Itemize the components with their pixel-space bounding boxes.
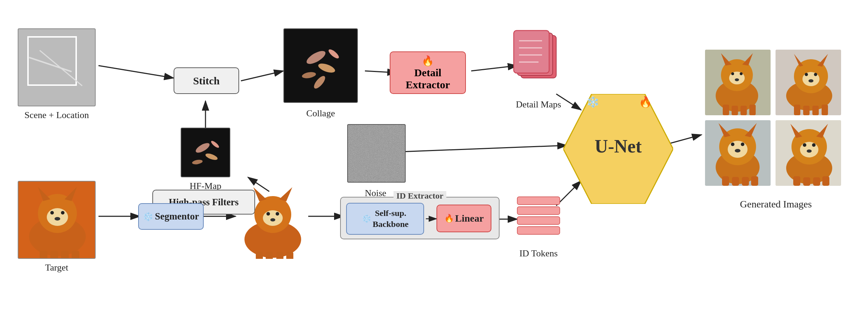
segmentor-box: ❄️ Segmentor bbox=[138, 203, 204, 230]
svg-marker-40 bbox=[38, 187, 50, 201]
svg-rect-90 bbox=[803, 106, 810, 115]
svg-rect-103 bbox=[732, 177, 739, 186]
svg-point-26 bbox=[192, 159, 203, 165]
target-image bbox=[18, 181, 96, 259]
detail-maps-label: Detail Maps bbox=[507, 99, 570, 110]
svg-rect-92 bbox=[822, 105, 828, 115]
hf-map-image bbox=[181, 128, 230, 177]
svg-point-25 bbox=[205, 152, 219, 161]
generated-images-label: Generated Images bbox=[716, 199, 836, 210]
svg-line-3 bbox=[241, 71, 283, 81]
svg-line-15 bbox=[383, 145, 567, 152]
svg-rect-117 bbox=[813, 177, 820, 186]
svg-rect-77 bbox=[732, 106, 738, 115]
svg-point-75 bbox=[735, 78, 739, 81]
unet-fire-icon: 🔥 bbox=[639, 96, 652, 108]
fire-icon-detail: 🔥 bbox=[422, 55, 434, 67]
unet-shape: U-Net ❄️ 🔥 bbox=[563, 94, 673, 204]
svg-rect-35 bbox=[348, 125, 405, 182]
svg-point-114 bbox=[807, 150, 812, 153]
diagram: Scene + Location Stitch Collage HF-Map H… bbox=[0, 0, 868, 317]
svg-rect-59 bbox=[266, 252, 273, 259]
svg-point-112 bbox=[803, 143, 806, 147]
svg-marker-53 bbox=[279, 187, 292, 201]
svg-point-27 bbox=[210, 140, 220, 149]
svg-rect-79 bbox=[749, 105, 756, 115]
svg-point-45 bbox=[55, 217, 60, 221]
id-extractor-label: ID Extractor bbox=[394, 191, 446, 201]
svg-point-22 bbox=[327, 48, 340, 60]
id-tokens-label: ID Tokens bbox=[510, 248, 567, 259]
linear-fire-icon: 🔥 bbox=[444, 214, 454, 223]
collage-label: Collage bbox=[299, 108, 342, 119]
svg-rect-60 bbox=[276, 252, 283, 259]
svg-point-100 bbox=[741, 143, 744, 146]
generated-images-grid bbox=[705, 50, 843, 188]
id-extractor-box: ID Extractor ❄️ Self-sup. Backbone 🔥 Lin… bbox=[340, 197, 500, 239]
gen-img-4 bbox=[776, 120, 841, 186]
svg-rect-46 bbox=[40, 251, 47, 258]
svg-rect-47 bbox=[50, 251, 58, 258]
scene-location-label: Scene + Location bbox=[14, 110, 99, 121]
svg-point-101 bbox=[735, 149, 740, 152]
corgi-cutout-image bbox=[234, 181, 312, 259]
svg-rect-66 bbox=[517, 227, 560, 234]
svg-point-57 bbox=[270, 218, 275, 222]
detail-extractor-box: 🔥 Detail Extractor bbox=[390, 51, 466, 94]
gen-img-3 bbox=[705, 120, 771, 186]
svg-marker-41 bbox=[64, 187, 77, 201]
svg-point-99 bbox=[731, 143, 734, 146]
target-label: Target bbox=[39, 262, 74, 273]
svg-point-24 bbox=[194, 141, 211, 155]
svg-rect-78 bbox=[740, 106, 747, 115]
svg-line-18 bbox=[40, 50, 82, 86]
svg-point-74 bbox=[740, 72, 743, 75]
svg-rect-58 bbox=[256, 252, 263, 259]
svg-rect-91 bbox=[812, 106, 819, 115]
svg-point-87 bbox=[814, 73, 817, 76]
detail-maps-block bbox=[512, 28, 565, 96]
stitch-box: Stitch bbox=[174, 67, 239, 94]
svg-marker-52 bbox=[253, 187, 266, 201]
svg-point-55 bbox=[266, 212, 270, 216]
svg-line-5 bbox=[471, 66, 517, 71]
svg-point-20 bbox=[317, 62, 336, 74]
svg-rect-116 bbox=[803, 177, 810, 186]
id-tokens-block bbox=[515, 193, 562, 248]
svg-rect-63 bbox=[517, 197, 560, 205]
svg-line-1 bbox=[98, 66, 174, 78]
svg-point-23 bbox=[312, 74, 327, 90]
svg-rect-89 bbox=[794, 105, 800, 115]
svg-rect-61 bbox=[286, 252, 293, 259]
svg-rect-115 bbox=[793, 176, 800, 186]
svg-rect-104 bbox=[742, 177, 749, 186]
svg-point-44 bbox=[61, 211, 64, 215]
svg-point-86 bbox=[805, 73, 808, 76]
svg-text:U-Net: U-Net bbox=[595, 136, 642, 156]
svg-point-43 bbox=[50, 211, 54, 215]
svg-point-56 bbox=[276, 212, 279, 216]
svg-rect-48 bbox=[61, 251, 69, 258]
gen-img-1 bbox=[705, 50, 771, 115]
svg-point-88 bbox=[808, 79, 813, 83]
linear-box: 🔥 Linear bbox=[436, 205, 491, 232]
svg-rect-30 bbox=[514, 30, 549, 73]
segmentor-snowflake: ❄️ bbox=[143, 212, 153, 222]
backbone-snowflake: ❄️ bbox=[362, 214, 371, 223]
svg-point-54 bbox=[263, 210, 283, 226]
gen-img-2 bbox=[776, 50, 841, 115]
svg-point-73 bbox=[731, 72, 734, 75]
svg-point-113 bbox=[812, 143, 816, 147]
svg-rect-102 bbox=[722, 176, 729, 186]
scene-location-image bbox=[18, 28, 96, 106]
svg-rect-49 bbox=[72, 251, 79, 258]
svg-rect-76 bbox=[723, 105, 729, 115]
collage-image bbox=[283, 28, 358, 103]
noise-image bbox=[347, 124, 406, 183]
svg-rect-118 bbox=[822, 176, 829, 186]
svg-rect-105 bbox=[751, 176, 758, 186]
unet-snowflake-icon: ❄️ bbox=[586, 96, 599, 108]
self-sup-backbone-box: ❄️ Self-sup. Backbone bbox=[346, 203, 424, 235]
svg-rect-64 bbox=[517, 207, 560, 215]
svg-rect-65 bbox=[517, 217, 560, 224]
